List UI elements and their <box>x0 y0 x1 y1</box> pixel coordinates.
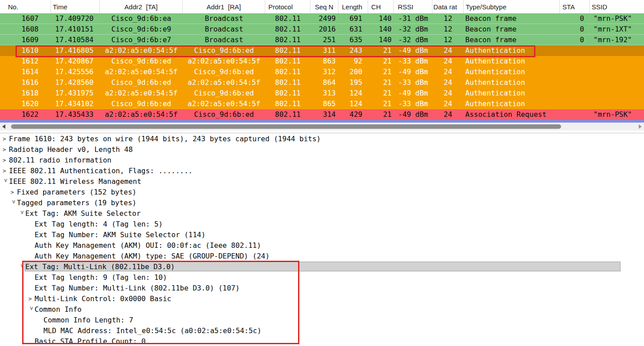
cell-no: 1618 <box>0 88 51 99</box>
detail-line-ml-tag-number[interactable]: Ext Tag Number: Multi-Link (802.11be D3.… <box>0 282 644 293</box>
column-header-data-rate[interactable]: Data rat <box>432 0 463 13</box>
column-header-addr2[interactable]: Addr2 [TA] <box>100 0 183 13</box>
cell-channel: 21 <box>368 45 394 56</box>
chevron-right-icon[interactable]: > <box>3 135 9 142</box>
cell-no: 1608 <box>0 24 51 35</box>
cell-data-rate: 24 <box>432 77 463 88</box>
cell-addr1: a2:02:a5:e0:54:5f <box>183 99 265 109</box>
cell-type-subtype: Authentication <box>463 67 560 77</box>
detail-line-mld-mac[interactable]: MLD MAC Address: Intel_e0:54:5c (a0:02:a… <box>0 325 644 336</box>
packet-row-1607[interactable]: 160717.409720Cisco_9d:6b:eaBroadcast802.… <box>0 13 644 24</box>
cell-length: 635 <box>338 35 368 45</box>
detail-line-fixed-params[interactable]: >Fixed parameters (152 bytes) <box>0 187 644 197</box>
packet-row-1622[interactable]: 162217.435433a2:02:a5:e0:54:5fCisco_9d:6… <box>0 109 644 120</box>
cell-ssid <box>590 99 644 109</box>
chevron-right-icon[interactable]: > <box>3 157 9 163</box>
detail-line-akm-tag-length[interactable]: Ext Tag length: 4 (Tag len: 5) <box>0 219 644 229</box>
cell-sta <box>560 88 590 99</box>
cell-ssid: "mrn-PSK" <box>590 13 644 24</box>
packet-row-1616[interactable]: 161617.428560Cisco_9d:6b:eda2:02:a5:e0:5… <box>0 77 644 88</box>
detail-line-tagged-params[interactable]: >Tagged parameters (19 bytes) <box>0 197 644 208</box>
column-header-ssid[interactable]: SSID <box>590 0 644 13</box>
detail-line-common-info-length[interactable]: Common Info Length: 7 <box>0 314 644 325</box>
chevron-right-icon[interactable]: > <box>3 146 9 153</box>
detail-line-radio-info[interactable]: >802.11 radio information <box>0 155 644 165</box>
cell-seq: 864 <box>310 77 338 88</box>
detail-line-ext-tag-akm[interactable]: >Ext Tag: AKM Suite Selector <box>0 208 644 219</box>
column-header-channel[interactable]: CH <box>368 0 394 13</box>
cell-length: 200 <box>338 67 368 77</box>
packet-row-1610-selected[interactable]: 161017.416805a2:02:a5:e0:54:5fCisco_9d:6… <box>0 45 644 56</box>
chevron-right-icon[interactable]: > <box>11 189 17 195</box>
column-header-length[interactable]: Length <box>338 0 368 13</box>
chevron-right-icon[interactable]: > <box>28 295 35 302</box>
column-header-no[interactable]: No. <box>0 0 51 13</box>
detail-line-ext-tag-multilink-selected[interactable]: >Ext Tag: Multi-Link (802.11be D3.0) <box>0 261 644 272</box>
cell-sta <box>560 99 590 109</box>
cell-data-rate: 24 <box>432 56 463 67</box>
packet-row-1608[interactable]: 160817.410151Cisco_9d:6b:e9Broadcast802.… <box>0 24 644 35</box>
column-header-sta[interactable]: STA <box>560 0 590 13</box>
packet-row-1609[interactable]: 160917.410584Cisco_9d:6b:e7Broadcast802.… <box>0 35 644 45</box>
scrollbar-left-arrow-icon[interactable] <box>2 124 5 129</box>
cell-channel: 140 <box>368 13 394 24</box>
detail-line-basic-sta-count[interactable]: Basic STA Profile Count: 0 <box>0 336 644 346</box>
column-header-addr1[interactable]: Addr1 [RA] <box>183 0 265 13</box>
cell-addr1: Broadcast <box>183 24 265 35</box>
cell-addr2: Cisco_9d:6b:ed <box>100 56 183 67</box>
detail-line-ml-tag-length[interactable]: Ext Tag length: 9 (Tag len: 10) <box>0 272 644 282</box>
detail-line-authentication[interactable]: >IEEE 802.11 Authentication, Flags: ....… <box>0 165 644 176</box>
cell-length: 92 <box>338 56 368 67</box>
detail-line-ml-control[interactable]: >Multi-Link Control: 0x0000 Basic <box>0 293 644 304</box>
cell-seq: 313 <box>310 88 338 99</box>
cell-length: 429 <box>338 109 368 120</box>
chevron-right-icon[interactable]: > <box>3 167 9 174</box>
scrollbar-right-arrow-icon[interactable] <box>639 124 642 129</box>
detail-line-frame[interactable]: >Frame 1610: 243 bytes on wire (1944 bit… <box>0 133 644 144</box>
column-header-type-subtype[interactable]: Type/Subtype <box>463 0 560 13</box>
cell-seq: 312 <box>310 67 338 77</box>
detail-line-akm-oui[interactable]: Auth Key Management (AKM) OUI: 00:0f:ac … <box>0 240 644 251</box>
cell-length: 124 <box>338 88 368 99</box>
detail-line-common-info[interactable]: >Common Info <box>0 304 644 314</box>
column-header-seq[interactable]: Seq N <box>310 0 338 13</box>
cell-channel: 21 <box>368 77 394 88</box>
packet-row-1614[interactable]: 161417.425556a2:02:a5:e0:54:5fCisco_9d:6… <box>0 67 644 77</box>
cell-seq: 314 <box>310 109 338 120</box>
cell-ssid <box>590 45 644 56</box>
scrollbar-thumb[interactable] <box>11 124 561 129</box>
column-header-time[interactable]: Time <box>51 0 100 13</box>
packet-row-1618[interactable]: 161817.431975a2:02:a5:e0:54:5fCisco_9d:6… <box>0 88 644 99</box>
detail-line-wireless-mgmt[interactable]: >IEEE 802.11 Wireless Management <box>0 176 644 187</box>
cell-ssid: "mrn-1XT" <box>590 24 644 35</box>
cell-addr2: a2:02:a5:e0:54:5f <box>100 67 183 77</box>
detail-line-radiotap[interactable]: >Radiotap Header v0, Length 48 <box>0 144 644 155</box>
cell-addr1: a2:02:a5:e0:54:5f <box>183 56 265 67</box>
cell-addr1: a2:02:a5:e0:54:5f <box>183 77 265 88</box>
cell-ssid <box>590 77 644 88</box>
cell-no: 1612 <box>0 56 51 67</box>
cell-type-subtype: Authentication <box>463 56 560 67</box>
cell-seq: 311 <box>310 45 338 56</box>
chevron-down-icon[interactable]: > <box>19 264 26 270</box>
cell-no: 1607 <box>0 13 51 24</box>
column-header-protocol[interactable]: Protocol <box>265 0 310 13</box>
detail-line-akm-tag-number[interactable]: Ext Tag Number: AKM Suite Selector (114) <box>0 229 644 240</box>
cell-protocol: 802.11 <box>265 56 310 67</box>
packet-row-1620[interactable]: 162017.434102Cisco_9d:6b:eda2:02:a5:e0:5… <box>0 99 644 109</box>
chevron-down-icon[interactable]: > <box>11 200 17 206</box>
cell-channel: 140 <box>368 24 394 35</box>
cell-no: 1620 <box>0 99 51 109</box>
cell-no: 1616 <box>0 77 51 88</box>
horizontal-scrollbar[interactable] <box>0 123 644 131</box>
chevron-down-icon[interactable]: > <box>28 306 35 313</box>
cell-data-rate: 24 <box>432 45 463 56</box>
packet-row-1612[interactable]: 161217.420867Cisco_9d:6b:eda2:02:a5:e0:5… <box>0 56 644 67</box>
cell-length: 124 <box>338 99 368 109</box>
column-header-rssi[interactable]: RSSI <box>394 0 432 13</box>
chevron-down-icon[interactable]: > <box>3 179 9 185</box>
cell-type-subtype: Authentication <box>463 45 560 56</box>
chevron-down-icon[interactable]: > <box>19 211 26 217</box>
cell-addr2: a2:02:a5:e0:54:5f <box>100 109 183 120</box>
detail-line-akm-type[interactable]: Auth Key Management (AKM) type: SAE (GRO… <box>0 251 644 261</box>
